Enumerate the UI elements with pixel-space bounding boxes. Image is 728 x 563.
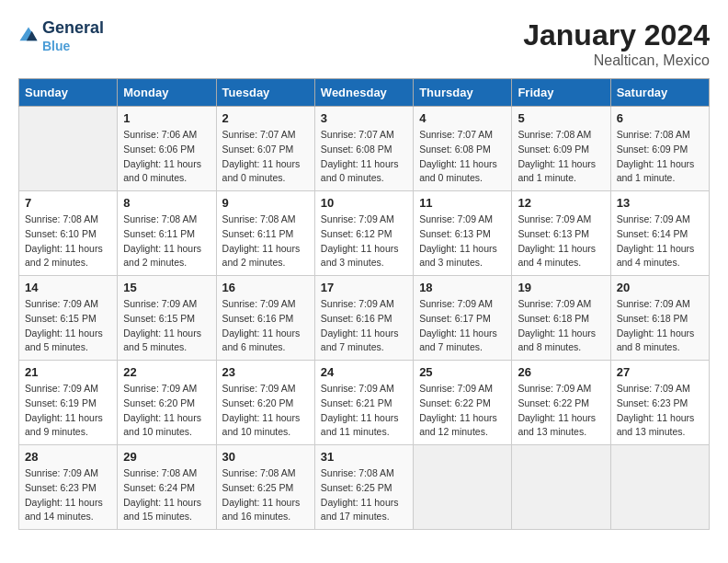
day-number: 7: [25, 196, 111, 210]
day-cell: 14Sunrise: 7:09 AMSunset: 6:15 PMDayligh…: [19, 276, 118, 361]
day-detail: Sunrise: 7:07 AMSunset: 6:07 PMDaylight:…: [222, 128, 309, 186]
day-cell: 6Sunrise: 7:08 AMSunset: 6:09 PMDaylight…: [610, 107, 709, 191]
day-cell: 21Sunrise: 7:09 AMSunset: 6:19 PMDayligh…: [19, 361, 118, 445]
day-number: 12: [518, 196, 604, 210]
day-cell: 23Sunrise: 7:09 AMSunset: 6:20 PMDayligh…: [216, 361, 314, 445]
day-detail: Sunrise: 7:08 AMSunset: 6:25 PMDaylight:…: [222, 466, 309, 524]
day-cell: 27Sunrise: 7:09 AMSunset: 6:23 PMDayligh…: [610, 361, 709, 445]
day-cell: 25Sunrise: 7:09 AMSunset: 6:22 PMDayligh…: [414, 361, 512, 445]
day-detail: Sunrise: 7:09 AMSunset: 6:14 PMDaylight:…: [617, 213, 703, 270]
day-cell: 26Sunrise: 7:09 AMSunset: 6:22 PMDayligh…: [512, 361, 610, 445]
day-detail: Sunrise: 7:09 AMSunset: 6:17 PMDaylight:…: [419, 297, 506, 355]
header-day: Wednesday: [314, 79, 413, 107]
day-number: 5: [518, 111, 604, 125]
week-row: 7Sunrise: 7:08 AMSunset: 6:10 PMDaylight…: [19, 191, 710, 276]
day-cell: 11Sunrise: 7:09 AMSunset: 6:13 PMDayligh…: [414, 191, 512, 276]
day-cell: 31Sunrise: 7:08 AMSunset: 6:25 PMDayligh…: [314, 445, 413, 530]
day-number: 29: [123, 450, 210, 464]
day-cell: 4Sunrise: 7:07 AMSunset: 6:08 PMDaylight…: [414, 107, 512, 191]
day-number: 20: [617, 281, 703, 294]
day-detail: Sunrise: 7:09 AMSunset: 6:13 PMDaylight:…: [518, 213, 604, 270]
day-cell: 9Sunrise: 7:08 AMSunset: 6:11 PMDaylight…: [216, 191, 314, 276]
day-detail: Sunrise: 7:09 AMSunset: 6:18 PMDaylight:…: [518, 297, 604, 355]
day-number: 2: [222, 111, 309, 125]
day-cell: 12Sunrise: 7:09 AMSunset: 6:13 PMDayligh…: [512, 191, 610, 276]
day-cell: 28Sunrise: 7:09 AMSunset: 6:23 PMDayligh…: [19, 445, 118, 530]
day-detail: Sunrise: 7:08 AMSunset: 6:09 PMDaylight:…: [617, 128, 703, 186]
day-detail: Sunrise: 7:09 AMSunset: 6:20 PMDaylight:…: [222, 382, 309, 440]
day-number: 19: [518, 281, 604, 294]
day-cell: 8Sunrise: 7:08 AMSunset: 6:11 PMDaylight…: [118, 191, 216, 276]
day-detail: Sunrise: 7:09 AMSunset: 6:18 PMDaylight:…: [617, 297, 703, 355]
day-detail: Sunrise: 7:07 AMSunset: 6:08 PMDaylight:…: [321, 128, 407, 186]
day-cell: 3Sunrise: 7:07 AMSunset: 6:08 PMDaylight…: [314, 107, 413, 191]
day-number: 30: [222, 450, 309, 464]
main-title: January 2024: [523, 18, 710, 52]
day-number: 28: [25, 450, 111, 464]
day-cell: [610, 445, 709, 530]
day-detail: Sunrise: 7:06 AMSunset: 6:06 PMDaylight:…: [123, 128, 210, 186]
logo: GeneralBlue: [18, 18, 104, 53]
day-number: 16: [222, 281, 309, 294]
header-day: Monday: [118, 79, 216, 107]
day-number: 13: [617, 196, 703, 210]
day-cell: 15Sunrise: 7:09 AMSunset: 6:15 PMDayligh…: [118, 276, 216, 361]
day-detail: Sunrise: 7:09 AMSunset: 6:22 PMDaylight:…: [419, 382, 506, 440]
day-detail: Sunrise: 7:09 AMSunset: 6:16 PMDaylight:…: [321, 297, 407, 355]
day-detail: Sunrise: 7:08 AMSunset: 6:24 PMDaylight:…: [123, 466, 210, 524]
day-cell: [512, 445, 610, 530]
day-number: 8: [123, 196, 210, 210]
day-detail: Sunrise: 7:09 AMSunset: 6:15 PMDaylight:…: [25, 297, 111, 355]
day-detail: Sunrise: 7:08 AMSunset: 6:09 PMDaylight:…: [518, 128, 604, 186]
week-row: 14Sunrise: 7:09 AMSunset: 6:15 PMDayligh…: [19, 276, 710, 361]
day-cell: 1Sunrise: 7:06 AMSunset: 6:06 PMDaylight…: [118, 107, 216, 191]
day-detail: Sunrise: 7:08 AMSunset: 6:25 PMDaylight:…: [321, 466, 407, 524]
header-day: Tuesday: [216, 79, 314, 107]
day-detail: Sunrise: 7:09 AMSunset: 6:23 PMDaylight:…: [617, 382, 703, 440]
day-number: 25: [419, 365, 506, 379]
day-number: 22: [123, 365, 210, 379]
day-number: 26: [518, 365, 604, 379]
day-detail: Sunrise: 7:09 AMSunset: 6:16 PMDaylight:…: [222, 297, 309, 355]
day-detail: Sunrise: 7:09 AMSunset: 6:15 PMDaylight:…: [123, 297, 210, 355]
calendar-table: SundayMondayTuesdayWednesdayThursdayFrid…: [18, 78, 710, 530]
day-detail: Sunrise: 7:08 AMSunset: 6:10 PMDaylight:…: [25, 213, 111, 270]
day-number: 15: [123, 281, 210, 294]
day-cell: 16Sunrise: 7:09 AMSunset: 6:16 PMDayligh…: [216, 276, 314, 361]
logo-text: GeneralBlue: [42, 18, 104, 53]
day-number: 27: [617, 365, 703, 379]
header-day: Thursday: [414, 79, 512, 107]
day-cell: 7Sunrise: 7:08 AMSunset: 6:10 PMDaylight…: [19, 191, 118, 276]
day-number: 18: [419, 281, 506, 294]
day-cell: 2Sunrise: 7:07 AMSunset: 6:07 PMDaylight…: [216, 107, 314, 191]
day-number: 23: [222, 365, 309, 379]
day-detail: Sunrise: 7:09 AMSunset: 6:23 PMDaylight:…: [25, 466, 111, 524]
header-day: Saturday: [610, 79, 709, 107]
day-detail: Sunrise: 7:09 AMSunset: 6:20 PMDaylight:…: [123, 382, 210, 440]
header-day: Sunday: [19, 79, 118, 107]
header-row: SundayMondayTuesdayWednesdayThursdayFrid…: [19, 79, 710, 107]
day-number: 31: [321, 450, 407, 464]
day-number: 14: [25, 281, 111, 294]
day-number: 6: [617, 111, 703, 125]
day-detail: Sunrise: 7:09 AMSunset: 6:12 PMDaylight:…: [321, 213, 407, 270]
subtitle: Nealtican, Mexico: [523, 52, 710, 69]
day-cell: 5Sunrise: 7:08 AMSunset: 6:09 PMDaylight…: [512, 107, 610, 191]
logo-icon: [18, 26, 39, 46]
day-cell: 30Sunrise: 7:08 AMSunset: 6:25 PMDayligh…: [216, 445, 314, 530]
day-number: 11: [419, 196, 506, 210]
day-cell: 13Sunrise: 7:09 AMSunset: 6:14 PMDayligh…: [610, 191, 709, 276]
page-header: GeneralBlue January 2024 Nealtican, Mexi…: [18, 18, 710, 69]
day-cell: 24Sunrise: 7:09 AMSunset: 6:21 PMDayligh…: [314, 361, 413, 445]
day-number: 1: [123, 111, 210, 125]
day-detail: Sunrise: 7:07 AMSunset: 6:08 PMDaylight:…: [419, 128, 506, 186]
day-number: 4: [419, 111, 506, 125]
day-detail: Sunrise: 7:08 AMSunset: 6:11 PMDaylight:…: [222, 213, 309, 270]
day-detail: Sunrise: 7:09 AMSunset: 6:13 PMDaylight:…: [419, 213, 506, 270]
day-number: 3: [321, 111, 407, 125]
day-cell: 17Sunrise: 7:09 AMSunset: 6:16 PMDayligh…: [314, 276, 413, 361]
day-number: 17: [321, 281, 407, 294]
day-number: 10: [321, 196, 407, 210]
day-cell: 20Sunrise: 7:09 AMSunset: 6:18 PMDayligh…: [610, 276, 709, 361]
day-detail: Sunrise: 7:09 AMSunset: 6:21 PMDaylight:…: [321, 382, 407, 440]
